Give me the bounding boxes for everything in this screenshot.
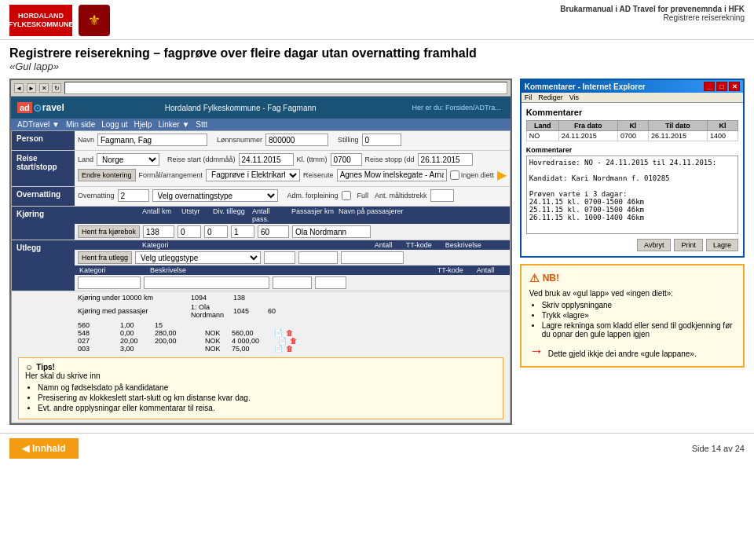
browser-back-btn[interactable]: ◄: [14, 83, 24, 93]
address-bar[interactable]: [64, 82, 507, 94]
endre-kontering-btn[interactable]: Endre kontering: [78, 169, 136, 181]
sum-row-1: Kjøring under 10000 km 1094 138: [78, 293, 507, 302]
utlegg-antall-input[interactable]: [264, 251, 295, 264]
nav-linker[interactable]: Linker ▼: [158, 120, 189, 129]
reiserute-input[interactable]: [337, 169, 447, 181]
doc-icon-3[interactable]: 📄: [274, 345, 283, 353]
full-label: Full: [357, 192, 369, 199]
navn-passasjer-input[interactable]: [292, 225, 371, 238]
doc-icon-1[interactable]: 📄: [274, 329, 283, 337]
reise-stopp-label: Reise stopp (dd: [365, 156, 415, 163]
nav-logg-ut[interactable]: Logg ut: [101, 120, 127, 129]
browser-fwd-btn[interactable]: ►: [27, 83, 36, 93]
person-row: Navn Lønnsnummer Stilling: [78, 134, 507, 146]
tips-item-1: Namn og fødselsdato på kandidatane: [38, 383, 496, 392]
utlegg-type-select[interactable]: Velg utleggstype: [135, 251, 261, 264]
ie-title: Kommentarer - Internet Explorer: [525, 82, 646, 91]
utlegg-fields: Kategori Antall TT-kode Beskrivelse Hent…: [75, 240, 510, 291]
hent-utlegg-btn[interactable]: Hent fra utlegg: [78, 251, 132, 264]
kj-h3: Utstyr: [180, 207, 211, 223]
utlegg-label: Utlegg: [12, 240, 75, 291]
lagre-btn[interactable]: Lagre: [706, 239, 738, 251]
doc-title: Brukarmanual i AD Travel for prøvenemnda…: [560, 5, 745, 13]
avbryt-btn[interactable]: Avbryt: [637, 239, 671, 251]
us3-rate: 20,00: [120, 337, 152, 345]
ingen-diett-field: Ingen diett: [450, 170, 494, 180]
sum-val-2: 60: [268, 307, 291, 315]
passasjer-km-input[interactable]: [258, 225, 289, 238]
reise-stopp-input[interactable]: [418, 153, 473, 166]
doc-icon-2[interactable]: 📄: [278, 337, 287, 345]
ie-maximize-btn[interactable]: □: [716, 82, 727, 91]
del-icon-1[interactable]: 🗑: [286, 329, 293, 337]
utlegg-besk2-input[interactable]: [144, 276, 269, 289]
company-name: Hordaland Fylkeskommune - Fag Fagmann: [72, 104, 409, 112]
ant-maltidstrekk-label: Ant. måltidstrekk: [375, 192, 427, 199]
nav-adtravel[interactable]: ADTravel ▼: [17, 120, 60, 129]
browser-stop-btn[interactable]: ✕: [39, 83, 49, 93]
land-select[interactable]: Norge: [97, 153, 159, 166]
utlegg-tt-input[interactable]: [298, 251, 338, 264]
kommentarer-textarea[interactable]: Hovredraise: NO - 24.11.2015 til 24.11.2…: [526, 156, 738, 234]
ie-menu-edit[interactable]: Rediger: [538, 93, 563, 101]
nav-hjelp[interactable]: Hjelp: [134, 120, 152, 129]
kj-h1: [78, 207, 141, 223]
komm-table-row: NO 24.11.2015 0700 26.11.2015 1400: [526, 131, 738, 141]
utlegg-besk-input[interactable]: [341, 251, 404, 264]
antall-pass-input[interactable]: [231, 225, 254, 238]
nav-min-side[interactable]: Min side: [66, 120, 95, 129]
browser-refresh-btn[interactable]: ↻: [52, 83, 61, 93]
formal-label: Formål/arrangement: [139, 171, 203, 179]
ie-window-buttons: _ □ ✕: [704, 82, 740, 91]
tips-intro: Her skal du skrive inn: [25, 372, 496, 380]
lonnsnr-input[interactable]: [265, 134, 328, 146]
del-icon-2[interactable]: 🗑: [290, 337, 297, 345]
utl2-h1: Kategori: [78, 266, 148, 274]
tips-title: ☺ Tips!: [25, 363, 496, 372]
utlegg-sum-row2: 548 0,00 280,00 NOK 560,00 📄 🗑: [78, 329, 507, 337]
print-btn[interactable]: Print: [674, 239, 703, 251]
adm-forpleining-checkbox[interactable]: [342, 191, 351, 200]
div-tillegg-input[interactable]: [204, 225, 228, 238]
nav-links-bar: ADTravel ▼ Min side Logg ut Hjelp Linker…: [11, 119, 511, 130]
utl2-h3: TT-kode: [436, 266, 475, 274]
utlegg-tt2-input[interactable]: [273, 276, 312, 289]
us4-rate: 3,00: [120, 345, 152, 353]
utstyr-input[interactable]: [178, 225, 201, 238]
nav-sttt[interactable]: Sttt: [196, 120, 207, 129]
nb-footer: Dette gjeld ikkje dei andre «gule lappan…: [548, 350, 697, 358]
red-arrow-icon: →: [529, 343, 544, 360]
komm-content-label: Kommentarer: [526, 146, 738, 154]
hent-kjorebok-btn[interactable]: Hent fra kjørebok: [78, 225, 140, 238]
utlegg-antall2-input[interactable]: [315, 276, 346, 289]
ie-minimize-btn[interactable]: _: [704, 82, 715, 91]
reise-start-input[interactable]: [239, 153, 294, 166]
antall-km-input[interactable]: [143, 225, 174, 238]
ie-menu-view[interactable]: Vis: [569, 93, 579, 101]
kl-input[interactable]: [331, 153, 362, 166]
her-du-text: Her er du: Forsiden/ADTra...: [408, 103, 503, 112]
formal-select[interactable]: Fagprøve i Elektrikarfaget: [206, 169, 300, 181]
ingen-diett-arrow-icon[interactable]: ▶: [497, 167, 507, 182]
utlegg-section: Utlegg Kategori Antall TT-kode Beskrivel…: [12, 240, 510, 291]
tips-item-3: Evt. andre opplysningar eller kommentara…: [38, 404, 496, 412]
ie-close-btn[interactable]: ✕: [729, 82, 740, 91]
us3-nok3: 4 000,00: [232, 337, 275, 345]
utl-h1: [78, 241, 141, 249]
navn-input[interactable]: [97, 134, 207, 146]
utl-h2: Kategori: [141, 241, 373, 249]
komm-th-kl2: Kl: [707, 121, 738, 131]
del-icon-3[interactable]: 🗑: [286, 345, 293, 353]
stilling-input[interactable]: [362, 134, 401, 146]
page-number: Side 14 av 24: [692, 444, 745, 453]
innhald-btn[interactable]: ◀ Innhald: [9, 438, 79, 459]
ingen-diett-checkbox[interactable]: [450, 170, 459, 180]
us1-nok: 15: [155, 321, 186, 329]
overnatting-type-select[interactable]: Velg overnattingstype: [152, 189, 278, 202]
ie-menu-file[interactable]: Fil: [525, 93, 533, 101]
overnatting-num-input[interactable]: [118, 189, 149, 202]
kommentarer-buttons: Avbryt Print Lagre: [526, 239, 738, 251]
kjoring-label: Kjøring: [12, 207, 75, 240]
utlegg-kat2-input[interactable]: [78, 276, 141, 289]
maltidstrekk-input[interactable]: [430, 189, 454, 202]
